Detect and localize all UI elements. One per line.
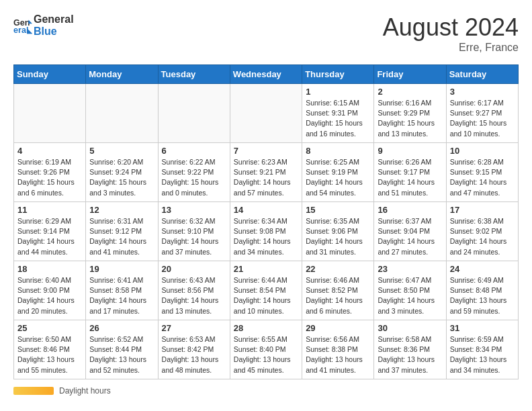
calendar-cell: 23Sunrise: 6:47 AM Sunset: 8:50 PM Dayli… <box>374 261 446 320</box>
calendar-cell: 22Sunrise: 6:46 AM Sunset: 8:52 PM Dayli… <box>302 261 374 320</box>
day-number: 7 <box>234 146 298 156</box>
day-number: 3 <box>450 87 515 97</box>
calendar-cell: 5Sunrise: 6:20 AM Sunset: 9:24 PM Daylig… <box>86 143 158 202</box>
footer: Daylight hours <box>13 386 519 396</box>
title-block: August 2024 Erre, France <box>383 13 519 54</box>
day-number: 4 <box>17 146 82 156</box>
day-number: 30 <box>378 323 442 333</box>
calendar-cell: 11Sunrise: 6:29 AM Sunset: 9:14 PM Dayli… <box>14 202 86 261</box>
week-row-1: 1Sunrise: 6:15 AM Sunset: 9:31 PM Daylig… <box>14 84 519 143</box>
calendar-cell <box>230 84 302 143</box>
calendar-cell: 21Sunrise: 6:44 AM Sunset: 8:54 PM Dayli… <box>230 261 302 320</box>
calendar-cell: 9Sunrise: 6:26 AM Sunset: 9:17 PM Daylig… <box>374 143 446 202</box>
day-number: 20 <box>162 264 226 274</box>
day-number: 23 <box>378 264 442 274</box>
day-info: Sunrise: 6:58 AM Sunset: 8:36 PM Dayligh… <box>378 334 442 375</box>
day-number: 8 <box>306 146 370 156</box>
day-number: 17 <box>450 205 515 215</box>
logo-icon: Gen eral ◣ <box>13 16 32 35</box>
day-number: 9 <box>378 146 442 156</box>
calendar-cell <box>158 84 230 143</box>
day-number: 14 <box>234 205 298 215</box>
day-info: Sunrise: 6:38 AM Sunset: 9:02 PM Dayligh… <box>450 216 515 257</box>
calendar-cell: 30Sunrise: 6:58 AM Sunset: 8:36 PM Dayli… <box>374 320 446 379</box>
day-info: Sunrise: 6:56 AM Sunset: 8:38 PM Dayligh… <box>306 334 370 375</box>
calendar-cell: 7Sunrise: 6:23 AM Sunset: 9:21 PM Daylig… <box>230 143 302 202</box>
logo: Gen eral ◣ General Blue <box>13 13 74 37</box>
day-info: Sunrise: 6:25 AM Sunset: 9:19 PM Dayligh… <box>306 157 370 198</box>
day-info: Sunrise: 6:34 AM Sunset: 9:08 PM Dayligh… <box>234 216 298 257</box>
calendar-cell: 12Sunrise: 6:31 AM Sunset: 9:12 PM Dayli… <box>86 202 158 261</box>
day-info: Sunrise: 6:16 AM Sunset: 9:29 PM Dayligh… <box>378 98 442 139</box>
calendar-cell <box>14 84 86 143</box>
svg-text:◣: ◣ <box>27 26 32 34</box>
calendar-cell: 10Sunrise: 6:28 AM Sunset: 9:15 PM Dayli… <box>446 143 518 202</box>
col-header-sunday: Sunday <box>14 65 86 84</box>
day-info: Sunrise: 6:17 AM Sunset: 9:27 PM Dayligh… <box>450 98 515 139</box>
day-number: 13 <box>162 205 226 215</box>
calendar-cell: 8Sunrise: 6:25 AM Sunset: 9:19 PM Daylig… <box>302 143 374 202</box>
day-info: Sunrise: 6:32 AM Sunset: 9:10 PM Dayligh… <box>162 216 226 257</box>
day-info: Sunrise: 6:29 AM Sunset: 9:14 PM Dayligh… <box>17 216 82 257</box>
day-number: 12 <box>89 205 154 215</box>
calendar-cell: 14Sunrise: 6:34 AM Sunset: 9:08 PM Dayli… <box>230 202 302 261</box>
calendar-cell: 24Sunrise: 6:49 AM Sunset: 8:48 PM Dayli… <box>446 261 518 320</box>
day-info: Sunrise: 6:49 AM Sunset: 8:48 PM Dayligh… <box>450 275 515 316</box>
location-label: Erre, France <box>383 42 519 54</box>
calendar-cell: 6Sunrise: 6:22 AM Sunset: 9:22 PM Daylig… <box>158 143 230 202</box>
calendar-cell: 25Sunrise: 6:50 AM Sunset: 8:46 PM Dayli… <box>14 320 86 379</box>
day-number: 15 <box>306 205 370 215</box>
month-year-title: August 2024 <box>383 13 519 42</box>
calendar-cell: 26Sunrise: 6:52 AM Sunset: 8:44 PM Dayli… <box>86 320 158 379</box>
day-number: 31 <box>450 323 515 333</box>
calendar-cell: 20Sunrise: 6:43 AM Sunset: 8:56 PM Dayli… <box>158 261 230 320</box>
day-info: Sunrise: 6:37 AM Sunset: 9:04 PM Dayligh… <box>378 216 442 257</box>
calendar-cell: 4Sunrise: 6:19 AM Sunset: 9:26 PM Daylig… <box>14 143 86 202</box>
day-number: 24 <box>450 264 515 274</box>
calendar-cell: 19Sunrise: 6:41 AM Sunset: 8:58 PM Dayli… <box>86 261 158 320</box>
calendar-cell: 15Sunrise: 6:35 AM Sunset: 9:06 PM Dayli… <box>302 202 374 261</box>
page-header: Gen eral ◣ General Blue August 2024 Erre… <box>13 13 519 54</box>
day-number: 2 <box>378 87 442 97</box>
calendar-cell: 31Sunrise: 6:59 AM Sunset: 8:34 PM Dayli… <box>446 320 518 379</box>
week-row-5: 25Sunrise: 6:50 AM Sunset: 8:46 PM Dayli… <box>14 320 519 379</box>
day-number: 18 <box>17 264 82 274</box>
day-number: 29 <box>306 323 370 333</box>
day-info: Sunrise: 6:41 AM Sunset: 8:58 PM Dayligh… <box>89 275 154 316</box>
col-header-monday: Monday <box>86 65 158 84</box>
calendar-table: SundayMondayTuesdayWednesdayThursdayFrid… <box>13 64 519 379</box>
day-number: 19 <box>89 264 154 274</box>
day-info: Sunrise: 6:28 AM Sunset: 9:15 PM Dayligh… <box>450 157 515 198</box>
day-info: Sunrise: 6:40 AM Sunset: 9:00 PM Dayligh… <box>17 275 82 316</box>
day-info: Sunrise: 6:46 AM Sunset: 8:52 PM Dayligh… <box>306 275 370 316</box>
day-info: Sunrise: 6:15 AM Sunset: 9:31 PM Dayligh… <box>306 98 370 139</box>
day-info: Sunrise: 6:43 AM Sunset: 8:56 PM Dayligh… <box>162 275 226 316</box>
header-row: SundayMondayTuesdayWednesdayThursdayFrid… <box>14 65 519 84</box>
calendar-cell: 2Sunrise: 6:16 AM Sunset: 9:29 PM Daylig… <box>374 84 446 143</box>
calendar-cell: 3Sunrise: 6:17 AM Sunset: 9:27 PM Daylig… <box>446 84 518 143</box>
day-info: Sunrise: 6:22 AM Sunset: 9:22 PM Dayligh… <box>162 157 226 198</box>
day-number: 10 <box>450 146 515 156</box>
week-row-2: 4Sunrise: 6:19 AM Sunset: 9:26 PM Daylig… <box>14 143 519 202</box>
day-number: 22 <box>306 264 370 274</box>
day-number: 25 <box>17 323 82 333</box>
daylight-label: Daylight hours <box>59 386 111 396</box>
day-number: 26 <box>89 323 154 333</box>
day-info: Sunrise: 6:20 AM Sunset: 9:24 PM Dayligh… <box>89 157 154 198</box>
day-info: Sunrise: 6:23 AM Sunset: 9:21 PM Dayligh… <box>234 157 298 198</box>
day-number: 21 <box>234 264 298 274</box>
day-number: 11 <box>17 205 82 215</box>
col-header-thursday: Thursday <box>302 65 374 84</box>
day-info: Sunrise: 6:59 AM Sunset: 8:34 PM Dayligh… <box>450 334 515 375</box>
col-header-tuesday: Tuesday <box>158 65 230 84</box>
calendar-cell: 18Sunrise: 6:40 AM Sunset: 9:00 PM Dayli… <box>14 261 86 320</box>
calendar-cell <box>86 84 158 143</box>
day-number: 5 <box>89 146 154 156</box>
col-header-saturday: Saturday <box>446 65 518 84</box>
calendar-cell: 27Sunrise: 6:53 AM Sunset: 8:42 PM Dayli… <box>158 320 230 379</box>
day-number: 27 <box>162 323 226 333</box>
day-number: 6 <box>162 146 226 156</box>
day-info: Sunrise: 6:19 AM Sunset: 9:26 PM Dayligh… <box>17 157 82 198</box>
day-info: Sunrise: 6:50 AM Sunset: 8:46 PM Dayligh… <box>17 334 82 375</box>
day-info: Sunrise: 6:44 AM Sunset: 8:54 PM Dayligh… <box>234 275 298 316</box>
